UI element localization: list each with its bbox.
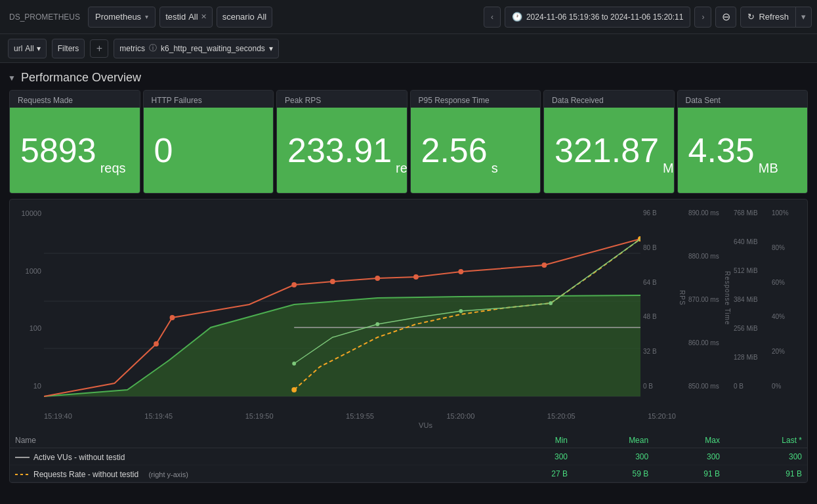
stat-card-header-peak-rps: Peak RPS (277, 91, 407, 108)
stat-unit-data-received: MB (663, 161, 674, 180)
zoom-icon: ⊖ (722, 10, 730, 23)
legend-last-active-vus: 300 (725, 448, 807, 465)
time-prev-button[interactable]: ‹ (484, 7, 501, 28)
collapse-icon[interactable]: ▼ (8, 74, 16, 83)
legend-row-active-vus: Active VUs - without testid 300 300 300 … (10, 448, 807, 465)
metrics-chevron-icon: ▾ (269, 44, 273, 53)
time-range-label: 2024-11-06 15:19:36 to 2024-11-06 15:20:… (526, 12, 684, 22)
svg-point-17 (292, 362, 296, 366)
chart-svg (44, 206, 640, 410)
x-axis-label: VUs (10, 421, 807, 432)
scenario-value: All (257, 12, 266, 22)
svg-point-7 (170, 315, 175, 320)
stat-card-header-http-failures: HTTP Failures (144, 91, 274, 108)
stat-card-body-p95: 2.56 s (411, 108, 541, 193)
arrow-right-icon: › (702, 12, 704, 22)
legend-name-active-vus: Active VUs - without testid (10, 448, 501, 465)
datasource-dropdown[interactable]: Prometheus ▾ (88, 7, 156, 28)
datasource-chevron: ▾ (145, 13, 148, 20)
legend-min-requests-rate: 27 B (501, 465, 573, 482)
svg-point-12 (458, 269, 463, 274)
legend-mean-requests-rate: 59 B (573, 465, 654, 482)
legend-min-active-vus: 300 (501, 448, 573, 465)
svg-point-15 (291, 387, 297, 392)
svg-point-6 (154, 341, 159, 346)
svg-point-10 (375, 276, 380, 281)
svg-point-13 (541, 262, 547, 268)
response-time-axis-label: Response Time (724, 271, 731, 345)
legend-col-min: Min (501, 433, 573, 448)
refresh-chevron-icon: ▾ (801, 12, 806, 22)
filters-label: Filters (58, 44, 79, 53)
stat-card-body-http-failures: 0 (144, 108, 274, 193)
metrics-label: metrics (119, 44, 145, 53)
stat-card-header-requests-made: Requests Made (10, 91, 140, 108)
legend-mean-active-vus: 300 (573, 448, 654, 465)
legend-col-max: Max (654, 433, 725, 448)
top-bar: DS_PROMETHEUS Prometheus ▾ testid All ✕ … (0, 0, 817, 34)
filter-bar: url All ▾ Filters + metrics ⓘ k6_http_re… (0, 34, 817, 63)
stat-value-p95: 2.56 (421, 133, 488, 167)
testid-filter[interactable]: testid All ✕ (159, 7, 213, 28)
legend-col-mean: Mean (573, 433, 654, 448)
scenario-key: scenario (222, 12, 255, 22)
stat-card-body-data-sent: 4.35 MB (678, 108, 808, 193)
url-value: All (25, 44, 33, 53)
stat-unit-peak-rps: req/s (396, 161, 407, 180)
time-range-picker[interactable]: 🕐 2024-11-06 15:19:36 to 2024-11-06 15:2… (505, 7, 691, 28)
url-label: url (14, 44, 22, 53)
svg-point-19 (459, 309, 463, 313)
refresh-main[interactable]: ↻ Refresh (741, 7, 796, 27)
stat-card-header-data-sent: Data Sent (678, 91, 808, 108)
stat-card-data-received: Data Received 321.87 MB (543, 90, 675, 194)
section-header: ▼ Performance Overview (0, 63, 817, 90)
rps-axis: 96 B 80 B 64 B 48 B 32 B 0 B (640, 206, 679, 410)
requests-rate-line-indicator (15, 474, 30, 475)
time-next-button[interactable]: › (694, 7, 711, 28)
tag-key: testid (165, 12, 186, 22)
svg-point-8 (291, 282, 297, 287)
svg-point-20 (549, 301, 553, 305)
stat-value-http-failures: 0 (154, 133, 173, 167)
stat-card-requests-made: Requests Made 5893 reqs (9, 90, 140, 194)
metrics-dropdown[interactable]: metrics ⓘ k6_http_req_waiting_seconds ▾ (114, 39, 278, 58)
chart-right-axes: 96 B 80 B 64 B 48 B 32 B 0 B RPS 890.00 … (640, 206, 807, 410)
stat-value-data-sent: 4.35 (688, 133, 755, 167)
url-filter[interactable]: url All ▾ (8, 39, 47, 58)
tag-value: All (188, 12, 198, 22)
metrics-value: k6_http_req_waiting_seconds (161, 44, 265, 53)
x-axis: 15:19:40 15:19:45 15:19:50 15:19:55 15:2… (10, 410, 676, 421)
url-chevron-icon: ▾ (37, 44, 41, 53)
stat-card-header-p95: P95 Response Time (411, 91, 541, 108)
stat-unit-data-sent: MB (759, 161, 778, 180)
zoom-button[interactable]: ⊖ (715, 7, 736, 28)
pct-axis: 100% 80% 60% 40% 20% 0% (769, 206, 807, 410)
rps-axis-label: RPS (679, 290, 686, 326)
stat-value-data-received: 321.87 (555, 133, 659, 167)
refresh-button[interactable]: ↻ Refresh ▾ (740, 7, 812, 28)
legend-table: Name Min Mean Max Last * Active VUs - wi… (10, 433, 807, 482)
page-title: Performance Overview (21, 71, 141, 85)
ms-axis: 890.00 ms 880.00 ms 870.00 ms 860.00 ms … (686, 206, 724, 410)
filters-button[interactable]: Filters (52, 39, 85, 58)
scenario-filter[interactable]: scenario All (217, 7, 273, 28)
legend-row-requests-rate: Requests Rate - without testid (right y-… (10, 465, 807, 482)
chart-main: 10000 1000 100 10 (10, 206, 807, 410)
stat-cards: Requests Made 5893 reqs HTTP Failures 0 … (0, 90, 817, 194)
refresh-icon: ↻ (747, 12, 755, 22)
legend-col-name: Name (10, 433, 501, 448)
stat-card-peak-rps: Peak RPS 233.91 req/s (276, 90, 408, 194)
chart-area[interactable] (44, 206, 640, 410)
mib-axis: 768 MiB 640 MiB 512 MiB 384 MiB 256 MiB … (731, 206, 769, 410)
active-vus-line-indicator (15, 457, 30, 458)
svg-point-18 (375, 322, 379, 326)
refresh-dropdown-arrow[interactable]: ▾ (796, 7, 811, 27)
stat-value-peak-rps: 233.91 (287, 133, 392, 167)
legend-max-active-vus: 300 (654, 448, 725, 465)
testid-remove-icon[interactable]: ✕ (201, 12, 207, 21)
legend-last-requests-rate: 91 B (725, 465, 807, 482)
add-filter-button[interactable]: + (90, 39, 108, 58)
stat-unit-requests-made: reqs (100, 161, 126, 180)
arrow-left-icon: ‹ (491, 12, 493, 22)
stat-card-p95: P95 Response Time 2.56 s (410, 90, 541, 194)
